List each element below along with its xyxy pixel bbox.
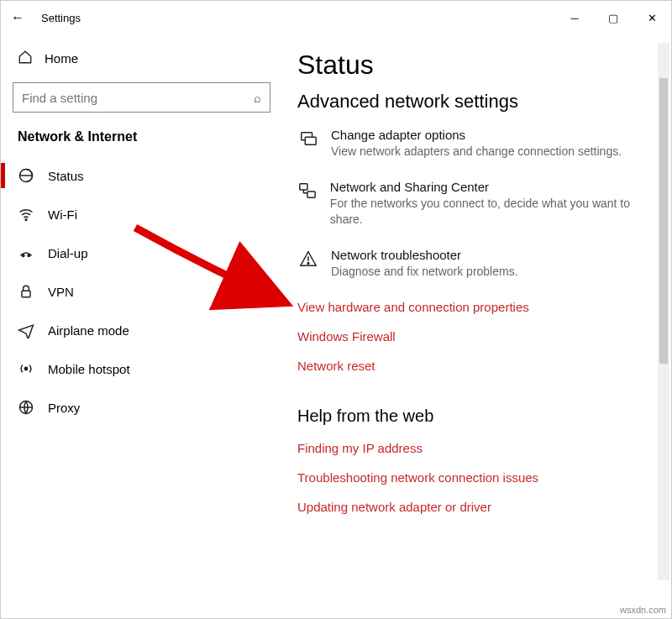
status-icon <box>18 167 34 184</box>
help-link-ip[interactable]: Finding my IP address <box>297 441 651 455</box>
option-title: Network and Sharing Center <box>330 180 651 194</box>
search-input-container[interactable]: ⌕ <box>13 82 270 113</box>
sharing-icon <box>297 180 318 228</box>
option-adapter[interactable]: Change adapter options View network adap… <box>297 128 651 160</box>
svg-point-12 <box>307 262 309 264</box>
option-desc: Diagnose and fix network problems. <box>331 264 518 280</box>
sidebar-item-wifi[interactable]: Wi-Fi <box>13 195 270 233</box>
adapter-icon <box>297 128 319 160</box>
hotspot-icon <box>18 360 34 377</box>
home-button[interactable]: Home <box>13 43 270 82</box>
search-input[interactable] <box>22 91 254 105</box>
sidebar-item-label: Airplane mode <box>48 323 129 338</box>
svg-point-1 <box>25 219 27 221</box>
svg-point-5 <box>24 367 27 370</box>
sidebar-item-proxy[interactable]: Proxy <box>13 388 270 427</box>
help-link-driver[interactable]: Updating network adapter or driver <box>297 500 651 514</box>
option-desc: View network adapters and change connect… <box>331 144 622 160</box>
section-heading: Network & Internet <box>13 129 270 156</box>
home-icon <box>18 50 33 67</box>
option-title: Network troubleshooter <box>331 248 518 262</box>
option-desc: For the networks you connect to, decide … <box>330 196 651 228</box>
option-title: Change adapter options <box>331 128 622 142</box>
link-hardware-props[interactable]: View hardware and connection properties <box>297 300 651 314</box>
window-title: Settings <box>34 12 81 24</box>
home-label: Home <box>45 51 78 66</box>
minimize-button[interactable]: ─ <box>555 4 594 31</box>
dialup-icon <box>18 244 34 261</box>
link-firewall[interactable]: Windows Firewall <box>297 329 651 344</box>
watermark: wsxdn.com <box>620 605 666 615</box>
search-icon: ⌕ <box>254 91 261 105</box>
svg-rect-10 <box>307 191 315 197</box>
help-heading: Help from the web <box>297 407 651 426</box>
airplane-icon <box>18 322 34 338</box>
proxy-icon <box>18 399 34 416</box>
sidebar-item-hotspot[interactable]: Mobile hotspot <box>13 349 270 388</box>
section-subheading: Advanced network settings <box>297 91 651 113</box>
vpn-icon <box>18 283 34 300</box>
sidebar-item-label: Proxy <box>48 401 80 415</box>
sidebar-item-airplane[interactable]: Airplane mode <box>13 311 270 349</box>
svg-rect-9 <box>300 184 307 190</box>
option-sharing-center[interactable]: Network and Sharing Center For the netwo… <box>297 180 651 228</box>
svg-point-3 <box>28 254 30 257</box>
wifi-icon <box>18 206 34 223</box>
sidebar-item-label: VPN <box>48 285 74 299</box>
link-network-reset[interactable]: Network reset <box>297 359 651 373</box>
sidebar-item-label: Wi-Fi <box>48 207 77 222</box>
page-title: Status <box>297 50 651 81</box>
close-button[interactable]: ✕ <box>633 4 671 31</box>
svg-rect-4 <box>22 291 30 297</box>
back-button[interactable]: ← <box>1 10 34 25</box>
scrollbar[interactable] <box>658 43 669 580</box>
troubleshoot-icon <box>297 248 319 280</box>
maximize-button[interactable]: ▢ <box>594 4 633 31</box>
sidebar-item-vpn[interactable]: VPN <box>13 272 270 311</box>
scrollbar-thumb[interactable] <box>659 78 668 364</box>
option-troubleshooter[interactable]: Network troubleshooter Diagnose and fix … <box>297 248 651 280</box>
sidebar-item-dialup[interactable]: Dial-up <box>13 233 270 272</box>
svg-point-2 <box>22 254 24 257</box>
help-link-troubleshoot[interactable]: Troubleshooting network connection issue… <box>297 470 651 485</box>
sidebar-item-label: Mobile hotspot <box>48 362 130 376</box>
svg-rect-8 <box>305 137 316 144</box>
sidebar-item-status[interactable]: Status <box>13 156 270 195</box>
sidebar-item-label: Status <box>48 169 84 183</box>
sidebar-item-label: Dial-up <box>48 246 88 260</box>
